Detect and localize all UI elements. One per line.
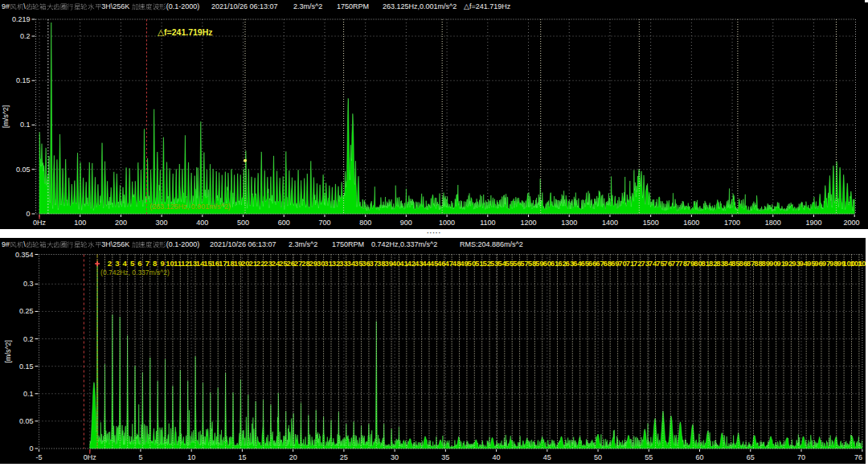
y-tick-label: 0.05 — [19, 417, 34, 425]
y-tick-label: 0.2 — [20, 32, 31, 40]
x-tick-label: 30 — [391, 453, 399, 461]
bottom-datetime: 2021/10/26 06:13:07 — [210, 240, 276, 248]
y-tick-label: 0.1 — [23, 390, 34, 398]
y-axis-unit-label: [m/s^2] — [2, 105, 10, 129]
y-tick-label: 0.25 — [19, 307, 34, 315]
x-tick-label: 0Hz — [33, 219, 47, 227]
x-tick-label: 1600 — [683, 219, 699, 227]
x-tick-label: 100 — [74, 219, 86, 227]
x-tick-label: 55 — [645, 453, 653, 461]
x-tick-label: -5 — [35, 453, 42, 461]
cursor-readout-annotation-bottom: (0.742Hz, 0.337m/s^2) — [100, 268, 170, 277]
x-tick-label: 800 — [359, 219, 371, 227]
y-tick-label: 0 — [26, 210, 30, 218]
x-tick-label: 40 — [493, 453, 501, 461]
x-tick-label: 25 — [340, 453, 348, 461]
x-tick-label: 35 — [441, 453, 449, 461]
x-tick-label: 15 — [238, 453, 246, 461]
spectrum-plot-bottom[interactable]: 00.050.10.150.20.250.30.354-50Hz51015202… — [0, 251, 868, 467]
x-tick-label: 600 — [278, 219, 290, 227]
top-datetime: 2021/10/26 06:13:07 — [211, 2, 278, 10]
top-delta-readout: △f=241.719Hz — [464, 2, 510, 10]
bottom-peak-amplitude: 2.3m/s^2 — [289, 240, 317, 248]
y-tick-label: 0 — [29, 444, 33, 453]
top-cursor-readout: 263.125Hz,0.001m/s^2 — [383, 2, 457, 10]
harmonic-number-label: 9 — [161, 259, 165, 268]
x-tick-label: 900 — [400, 219, 412, 227]
x-tick-label: 2000 — [843, 219, 859, 227]
y-axis-unit-label: [m/s^2] — [4, 340, 12, 363]
sideband-marker-dot[interactable] — [244, 159, 247, 162]
x-tick-label: 300 — [156, 219, 168, 227]
x-tick-label: 45 — [543, 453, 551, 461]
bottom-channel-title: 9#\3H\256K (0.1-2000) — [2, 240, 199, 248]
harmonic-number-label: 4 — [123, 259, 128, 268]
harmonic-number-label: 8 — [153, 259, 157, 268]
x-tick-label: 5 — [138, 453, 142, 461]
bottom-rms-readout: RMS:204.886m/s^2 — [460, 240, 523, 248]
top-peak-amplitude: 2.3m/s^2 — [293, 2, 322, 10]
bottom-cursor-readout: 0.742Hz,0.337m/s^2 — [371, 240, 437, 248]
top-speed-rpm: 1750RPM — [337, 2, 369, 10]
delta-f-annotation: △f=241.719Hz — [158, 27, 213, 37]
x-tick-label: 60 — [696, 453, 704, 461]
x-tick-label: 1900 — [805, 219, 821, 227]
x-tick-label: 1400 — [602, 219, 618, 227]
y-tick-label: 0.354 — [15, 251, 34, 259]
x-tick-label: 0Hz — [84, 453, 97, 461]
y-tick-label: 0.1 — [20, 121, 31, 129]
top-channel-title: 9#\3H\256K (0.1-2000) — [2, 2, 199, 10]
harmonic-number-label: 6 — [137, 259, 141, 268]
x-tick-label: 76 — [854, 453, 862, 461]
y-tick-label: 0.3 — [23, 280, 34, 288]
x-tick-label: 500 — [237, 219, 249, 227]
x-tick-label: 1300 — [561, 219, 577, 227]
y-tick-label: 0.219 — [12, 15, 31, 23]
x-tick-label: 70 — [797, 453, 805, 461]
x-tick-label: 1500 — [643, 219, 659, 227]
y-tick-label: 0.05 — [16, 166, 31, 174]
bottom-speed-rpm: 1750RPM — [332, 240, 364, 248]
harmonic-number-label: 2 — [108, 259, 112, 268]
x-tick-label: 50 — [594, 453, 602, 461]
vibration-analyzer-window: 9#\3H\256K (0.1-2000) 2021/10/26 06:13:0… — [0, 0, 868, 467]
x-tick-label: 10 — [187, 453, 195, 461]
harmonic-number-label: 3 — [115, 259, 119, 268]
x-tick-label: 700 — [318, 219, 330, 227]
y-tick-label: 0.15 — [19, 363, 34, 371]
corner-artifact — [865, 0, 868, 2]
x-tick-label: 1200 — [521, 219, 537, 227]
bottom-panel-header: 9#\3H\256K (0.1-2000) 2021/10/26 06:13:0… — [0, 238, 868, 251]
x-tick-label: 1700 — [724, 219, 740, 227]
x-tick-label: 1000 — [439, 219, 455, 227]
bottom-margin-strip — [0, 464, 868, 467]
harmonic-number-label: 7 — [145, 259, 149, 268]
harmonic-number-label: 5 — [130, 259, 135, 268]
splitter-handle[interactable]: ····· — [0, 229, 868, 239]
y-tick-label: 0.15 — [16, 76, 31, 84]
x-tick-label: 1100 — [480, 219, 495, 227]
x-tick-label: 200 — [115, 219, 127, 227]
x-tick-label: 65 — [747, 453, 755, 461]
x-tick-label: 1800 — [765, 219, 781, 227]
y-tick-label: 0.2 — [23, 335, 34, 343]
spectrum-plot-top[interactable]: 00.050.10.150.20.2190Hz10020030040050060… — [0, 13, 868, 229]
top-panel-header: 9#\3H\256K (0.1-2000) 2021/10/26 06:13:0… — [0, 0, 868, 13]
splitter-dots-icon: ····· — [427, 229, 441, 238]
x-tick-label: 20 — [289, 453, 297, 461]
cursor-readout-annotation: (263.125Hz, 0.001m/s^2) — [149, 203, 231, 211]
x-tick-label: 400 — [196, 219, 208, 227]
